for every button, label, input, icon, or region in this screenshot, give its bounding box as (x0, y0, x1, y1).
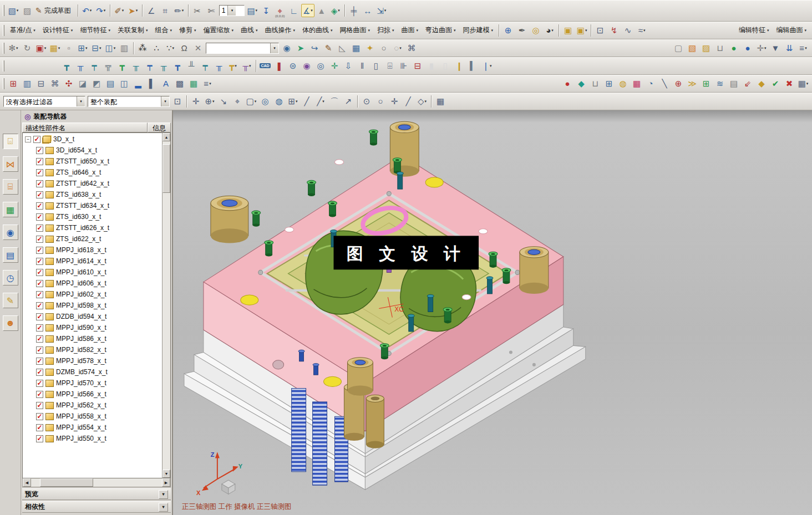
checkbox-checked[interactable] (36, 346, 43, 354)
style-brush-icon[interactable]: ✐ (113, 4, 126, 17)
graphics-viewport[interactable]: XC 图 文 设 计 Z Y X (173, 110, 812, 515)
sphere-select-icon[interactable]: ◎ (258, 95, 272, 108)
quick-trim-icon[interactable]: ✂ (191, 4, 204, 17)
fly-through-icon[interactable]: ➤ (294, 42, 307, 55)
history-tab-icon[interactable]: ◷ (3, 270, 18, 285)
checkbox-checked[interactable] (36, 269, 43, 276)
capsule-icon[interactable]: ▮ (425, 59, 438, 73)
text-icon[interactable]: A (159, 77, 172, 90)
scroll-down-icon[interactable]: ▼ (163, 470, 170, 478)
measure-angle-icon[interactable]: ⇲ (375, 4, 388, 17)
scrollbar-thumb[interactable] (40, 478, 93, 487)
roles-tab-icon[interactable]: ☻ (3, 315, 18, 331)
mold-pin-icon[interactable]: ┯ (199, 59, 212, 73)
cad-blocks-icon[interactable]: CAD (258, 59, 272, 73)
list-icon[interactable]: ≡ (201, 77, 214, 90)
model-view-icon[interactable]: ▫ (62, 42, 75, 55)
table-edit-icon[interactable]: ▦ (796, 77, 810, 90)
command-icon[interactable]: ⌘ (405, 42, 418, 55)
vertical-scrollbar[interactable]: ▲ ▼ (162, 133, 170, 478)
tree-row[interactable]: ZTSTT_id634_x_t (23, 200, 162, 211)
tree-row[interactable]: MPPJ_id562_x_t (23, 400, 162, 411)
tree-row[interactable]: MPPJ_id578_x_t (23, 355, 162, 366)
feature-menu-button[interactable]: 曲线 (237, 23, 261, 38)
mirror-feature-icon[interactable]: ▣ (575, 24, 588, 37)
datum-csys-icon[interactable]: ∡ (301, 4, 314, 17)
point-snap-icon[interactable]: ⊙ (360, 95, 373, 108)
copy-feature-icon[interactable]: ⊡ (593, 24, 607, 37)
sleeve-icon[interactable]: ▯ (369, 59, 383, 73)
grid-icon[interactable]: ⊞ (602, 77, 616, 90)
scrollbar-thumb[interactable] (163, 144, 170, 193)
checkbox-checked[interactable] (36, 424, 43, 431)
view-section-icon[interactable]: ◫ (104, 42, 117, 55)
sketch-style-icon[interactable]: ▨ (21, 4, 34, 17)
checkbox-checked[interactable] (36, 335, 43, 343)
tree-row[interactable]: ZTSTT_id626_x_t (23, 222, 162, 233)
sketch-icon[interactable]: ▧ (7, 4, 20, 17)
tree-row[interactable]: MPPJ_id618_x_t (23, 244, 162, 256)
list-icon[interactable]: ≡ (796, 42, 810, 55)
feature-menu-button[interactable]: 基准/点 (7, 23, 39, 38)
pattern-feature-icon[interactable]: ▣ (561, 24, 575, 37)
tree-row[interactable]: MPPJ_id570_x_t (23, 378, 162, 389)
mold-csys-icon[interactable]: ⊞ (7, 77, 20, 90)
dropdown-arrow-icon[interactable] (270, 43, 278, 53)
thermometer-icon[interactable]: ❚ (272, 59, 286, 73)
diagonal-icon[interactable]: ╲ (658, 77, 671, 90)
star-icon[interactable]: ✦ (363, 42, 377, 55)
slash-icon[interactable]: ╱ (402, 95, 415, 108)
checkbox-checked[interactable] (36, 236, 43, 243)
mold-pin-icon[interactable]: ┳ (171, 59, 184, 73)
clear-selection-icon[interactable]: ✕ (191, 42, 205, 55)
mold-pin-icon[interactable]: ╥ (129, 59, 143, 73)
cavity-layout-icon[interactable]: ⊟ (34, 77, 48, 90)
part-navigator-tab-icon[interactable]: ⌸ (3, 179, 18, 195)
checkbox-checked[interactable] (36, 413, 43, 420)
expressions-icon[interactable]: ▣ (34, 42, 48, 55)
more-tools-icon[interactable]: ▼ (769, 42, 782, 55)
tree-row[interactable]: MPPJ_id598_x_t (23, 300, 162, 311)
green-ball-icon[interactable]: ● (727, 42, 740, 55)
cone-icon[interactable]: ▲ (315, 4, 328, 17)
checkbox-checked[interactable] (36, 402, 43, 409)
mold-pin-icon[interactable]: ╥ (157, 59, 170, 73)
gold-part-icon[interactable]: ▨ (699, 42, 713, 55)
circle-icon[interactable]: ○ (377, 42, 390, 55)
tree-row[interactable]: MPPJ_id582_x_t (23, 344, 162, 355)
checkbox-checked[interactable] (36, 313, 43, 320)
boolean-unite-icon[interactable]: ⊕ (501, 24, 515, 37)
columns-icon[interactable]: ◫ (118, 77, 131, 90)
torus-icon[interactable]: ◎ (529, 24, 542, 37)
toolbar-grip[interactable] (3, 5, 4, 16)
triple-pin-icon[interactable]: ⊪ (397, 59, 410, 73)
bars-icon[interactable]: ▂ (131, 77, 145, 90)
toolbar-grip[interactable] (3, 78, 4, 89)
tree-row[interactable]: 3D_id654_x_t (23, 145, 162, 156)
layer-settings-icon[interactable]: ⊟ (90, 42, 103, 55)
feature-menu-button[interactable]: 曲线操作 (261, 23, 298, 38)
diamond-snap-icon[interactable]: ◇ (415, 95, 429, 108)
eye-icon[interactable]: ◉ (300, 59, 313, 73)
dashed-circle-icon[interactable]: ◌ (391, 42, 404, 55)
dependencies-section-header[interactable]: 相依性 (22, 501, 171, 513)
snap-intersection-icon[interactable]: ⌖ (231, 95, 244, 108)
shaded-select-icon[interactable]: ◍ (272, 95, 286, 108)
column-header-info[interactable]: 信息 (148, 123, 171, 132)
structure-icon[interactable]: ⁂ (136, 42, 149, 55)
layers-icon[interactable]: ▤ (727, 77, 740, 90)
line-snap-icon[interactable]: ╱ (300, 95, 313, 108)
mold-pin-icon[interactable]: ┯ (143, 59, 156, 73)
tag-pen-icon[interactable]: ✒ (515, 24, 529, 37)
crosshatch-icon[interactable]: ╪ (347, 4, 361, 17)
3d-scene[interactable]: XC 图 文 设 计 Z Y X (173, 110, 812, 515)
redo-view-icon[interactable]: ↪ (308, 42, 321, 55)
dropdown-arrow-icon[interactable] (227, 6, 236, 16)
feature-playback-icon[interactable]: ✻ (7, 42, 20, 55)
mold-pin-icon[interactable]: ╦ (101, 59, 115, 73)
wave-link-icon[interactable]: ≈ (635, 24, 648, 37)
workpiece-icon[interactable]: ▥ (21, 77, 34, 90)
horizontal-scrollbar[interactable]: ◀ ▶ (22, 478, 171, 487)
selection-arrow-icon[interactable]: ➤ (126, 4, 140, 17)
checkbox-checked[interactable] (36, 258, 43, 265)
